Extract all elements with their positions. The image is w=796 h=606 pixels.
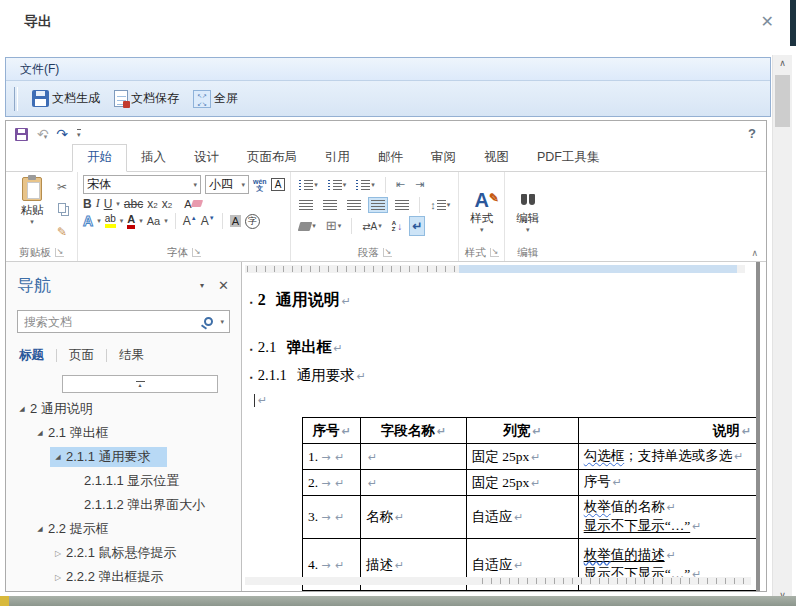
scrollbar-thumb[interactable]: [775, 75, 790, 127]
font-name-select[interactable]: 宋体▾: [83, 175, 201, 194]
font-size-select[interactable]: 小四▾: [205, 175, 249, 194]
tree-expanded-icon[interactable]: ◢: [32, 525, 48, 533]
character-shading-icon[interactable]: A: [230, 215, 241, 227]
align-right-icon[interactable]: [344, 197, 364, 213]
nav-options-dropdown-icon[interactable]: ▾: [200, 281, 204, 290]
cut-icon[interactable]: ✂: [57, 180, 72, 195]
tree-expanded-icon[interactable]: ◢: [50, 453, 66, 461]
align-center-icon[interactable]: [320, 197, 340, 213]
collapse-ribbon-icon[interactable]: ∧: [751, 248, 758, 258]
increase-indent-icon[interactable]: ⇥: [412, 175, 427, 194]
show-hide-marks-icon[interactable]: ↵: [409, 216, 425, 236]
styles-dialog-launcher-icon[interactable]: ↘: [490, 248, 499, 257]
dialog-scrollbar[interactable]: ∧ ∨: [772, 55, 792, 604]
chevron-down-icon[interactable]: ▾: [193, 181, 197, 189]
paste-dropdown-icon[interactable]: ▾: [30, 218, 34, 226]
bold-button[interactable]: B: [83, 197, 92, 211]
enclose-characters-icon[interactable]: 字: [245, 214, 260, 229]
search-icon[interactable]: [204, 317, 213, 326]
heading-collapse-icon[interactable]: ▪: [250, 373, 253, 382]
file-menu-header[interactable]: 文件(F): [6, 58, 770, 81]
chevron-down-icon[interactable]: ▾: [241, 181, 245, 189]
previous-heading-button[interactable]: ▲: [62, 375, 218, 393]
nav-tab-页面[interactable]: 页面: [57, 345, 106, 366]
ribbon-tab-审阅[interactable]: 审阅: [417, 145, 470, 171]
document-area[interactable]: ▪2通用说明↵▪2.1弹出框↵▪2.1.1通用要求↵↵序号↵字段名称↵列宽↵说明…: [242, 262, 766, 591]
text-effects-dropdown-icon[interactable]: ▾: [97, 217, 101, 225]
tree-collapsed-icon[interactable]: ▷: [50, 573, 66, 582]
tree-collapsed-icon[interactable]: ▷: [50, 549, 66, 558]
asian-layout-icon[interactable]: ⇄A▾: [359, 218, 385, 235]
format-painter-icon[interactable]: ✎: [57, 225, 72, 240]
tree-item[interactable]: ◢2.1 弹出框: [6, 421, 241, 445]
ribbon-tab-邮件[interactable]: 邮件: [364, 145, 417, 171]
line-spacing-icon[interactable]: ↕▾: [427, 196, 453, 214]
redo-icon[interactable]: ↷: [56, 126, 68, 142]
ribbon-tab-引用[interactable]: 引用: [311, 145, 364, 171]
styles-dropdown-icon[interactable]: ▾: [480, 226, 484, 234]
toolbar-grip[interactable]: [14, 87, 18, 111]
nav-close-icon[interactable]: ✕: [218, 278, 229, 293]
sort-icon[interactable]: AZ↓: [389, 217, 405, 235]
doc-save-button[interactable]: 文档保存: [114, 90, 179, 107]
highlight-color-icon[interactable]: ab: [105, 214, 116, 228]
ribbon-tab-开始[interactable]: 开始: [72, 144, 127, 172]
search-dropdown-icon[interactable]: ▾: [220, 318, 224, 326]
font-dialog-launcher-icon[interactable]: ↘: [192, 248, 201, 257]
scroll-up-icon[interactable]: ∧: [773, 55, 792, 72]
bullets-icon[interactable]: ▾: [296, 177, 321, 193]
justify-icon[interactable]: [368, 197, 388, 213]
tree-item[interactable]: 2.1.1.1 显示位置: [6, 469, 241, 493]
editing-button[interactable]: 编辑 ▾: [508, 174, 547, 246]
italic-button[interactable]: I: [96, 196, 100, 211]
ribbon-tab-设计[interactable]: 设计: [180, 145, 233, 171]
tree-item[interactable]: ◢2.2 提示框: [6, 517, 241, 541]
shrink-font-button[interactable]: A▼: [201, 214, 215, 228]
decrease-indent-icon[interactable]: ⇤: [393, 175, 408, 194]
close-icon[interactable]: ✕: [761, 12, 774, 31]
nav-tab-结果[interactable]: 结果: [107, 345, 156, 366]
tree-item[interactable]: ◢2.1.1 通用要求: [6, 445, 241, 469]
superscript-button[interactable]: x2: [162, 197, 172, 211]
copy-icon[interactable]: [58, 203, 66, 213]
font-color-dropdown-icon[interactable]: ▾: [139, 217, 143, 225]
grow-font-button[interactable]: A▲: [183, 214, 197, 228]
change-case-button[interactable]: Aa: [147, 215, 160, 227]
doc-generate-button[interactable]: 文档生成: [32, 90, 100, 107]
search-input[interactable]: [18, 315, 204, 329]
text-effects-icon[interactable]: A: [83, 213, 93, 229]
highlight-dropdown-icon[interactable]: ▾: [120, 217, 124, 225]
multilevel-list-icon[interactable]: ▾: [353, 177, 378, 193]
help-icon[interactable]: ?: [748, 126, 756, 141]
undo-button[interactable]: ↶▾: [37, 125, 47, 143]
strikethrough-button[interactable]: abc: [124, 197, 143, 211]
tree-item[interactable]: 2.1.1.2 弹出界面大小: [6, 493, 241, 517]
paste-button[interactable]: 粘贴 ▾: [9, 174, 55, 246]
tree-expanded-icon[interactable]: ◢: [14, 405, 30, 413]
paragraph-dialog-launcher-icon[interactable]: ↘: [383, 248, 392, 257]
subscript-button[interactable]: x2: [147, 197, 157, 211]
tree-expanded-icon[interactable]: ◢: [32, 429, 48, 437]
clipboard-dialog-launcher-icon[interactable]: ↘: [55, 248, 64, 257]
heading-collapse-icon[interactable]: ▪: [250, 298, 253, 307]
undo-dropdown-icon[interactable]: ▾: [44, 133, 48, 140]
numbering-icon[interactable]: ▾: [325, 177, 350, 193]
underline-button[interactable]: U: [104, 197, 113, 211]
underline-dropdown-icon[interactable]: ▾: [116, 200, 120, 208]
tree-item[interactable]: ◢2 通用说明: [6, 397, 241, 421]
font-color-icon[interactable]: A: [127, 214, 135, 229]
change-case-dropdown-icon[interactable]: ▾: [164, 217, 168, 225]
phonetic-guide-icon[interactable]: wén文: [253, 178, 267, 192]
ribbon-tab-视图[interactable]: 视图: [470, 145, 523, 171]
character-border-icon[interactable]: A: [271, 178, 286, 191]
shading-icon[interactable]: ▾: [296, 219, 319, 234]
nav-tab-标题[interactable]: 标题: [17, 345, 56, 366]
tree-item[interactable]: ▷2.2.1 鼠标悬停提示: [6, 541, 241, 565]
save-icon[interactable]: [15, 128, 28, 141]
clear-formatting-icon[interactable]: A: [184, 198, 202, 210]
ribbon-tab-PDF工具集[interactable]: PDF工具集: [523, 145, 614, 171]
editing-dropdown-icon[interactable]: ▾: [526, 226, 530, 234]
fullscreen-button[interactable]: ↖↗↙↘全屏: [193, 90, 238, 108]
ribbon-tab-页面布局[interactable]: 页面布局: [233, 145, 311, 171]
ribbon-tab-插入[interactable]: 插入: [127, 145, 180, 171]
